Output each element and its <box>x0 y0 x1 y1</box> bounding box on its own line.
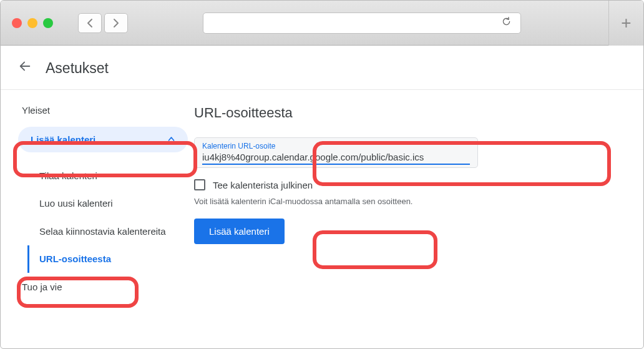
sidebar-sublist: Tilaa kalenteri Luo uusi kalenteri Selaa… <box>18 162 194 273</box>
titlebar: + <box>1 1 643 46</box>
nav-buttons <box>78 13 128 33</box>
forward-button[interactable] <box>104 13 128 33</box>
settings-header: Asetukset <box>1 46 643 90</box>
sidebar-expand-add-calendar[interactable]: Lisää kalenteri <box>18 127 188 152</box>
close-icon[interactable] <box>12 18 22 28</box>
page-title: Asetukset <box>46 60 109 77</box>
panel: URL-osoitteesta Kalenterin URL-osoite Te… <box>194 105 643 348</box>
sidebar-expand-label: Lisää kalenteri <box>31 134 95 145</box>
helper-text: Voit lisätä kalenterin iCal-muodossa ant… <box>194 197 606 206</box>
add-calendar-button[interactable]: Lisää kalenteri <box>194 219 285 244</box>
traffic-lights <box>12 18 53 28</box>
public-checkbox-label: Tee kalenterista julkinen <box>213 180 313 190</box>
reload-icon[interactable] <box>501 16 512 30</box>
sidebar-item-subscribe[interactable]: Tilaa kalenteri <box>39 162 194 190</box>
public-checkbox[interactable] <box>194 179 205 190</box>
chevron-up-icon <box>167 135 175 145</box>
panel-title: URL-osoitteesta <box>194 105 606 121</box>
sidebar-item-browse[interactable]: Selaa kiinnostavia kalentereita <box>39 218 194 245</box>
new-tab-button[interactable]: + <box>608 1 643 46</box>
sidebar-section-yleiset[interactable]: Yleiset <box>18 105 194 116</box>
back-button[interactable] <box>78 13 102 33</box>
input-underline <box>202 164 470 165</box>
url-input-wrap[interactable]: Kalenterin URL-osoite <box>194 137 478 168</box>
main-row: Yleiset Lisää kalenteri Tilaa kalenteri … <box>1 90 643 348</box>
sidebar-item-import-export[interactable]: Tuo ja vie <box>18 273 194 292</box>
browser-window: + Asetukset Yleiset Lisää kalenteri Tila… <box>0 0 644 349</box>
url-input-label: Kalenterin URL-osoite <box>202 142 470 150</box>
minimize-icon[interactable] <box>27 18 37 28</box>
maximize-icon[interactable] <box>43 18 53 28</box>
sidebar: Yleiset Lisää kalenteri Tilaa kalenteri … <box>1 105 194 348</box>
sidebar-item-create[interactable]: Luo uusi kalenteri <box>39 190 194 217</box>
sidebar-item-from-url[interactable]: URL-osoitteesta <box>27 245 194 273</box>
public-checkbox-row: Tee kalenterista julkinen <box>194 179 606 190</box>
back-arrow-icon[interactable] <box>18 59 32 77</box>
url-input[interactable] <box>202 152 470 165</box>
address-bar[interactable] <box>203 12 521 34</box>
content-area: Asetukset Yleiset Lisää kalenteri Tilaa … <box>1 46 643 348</box>
